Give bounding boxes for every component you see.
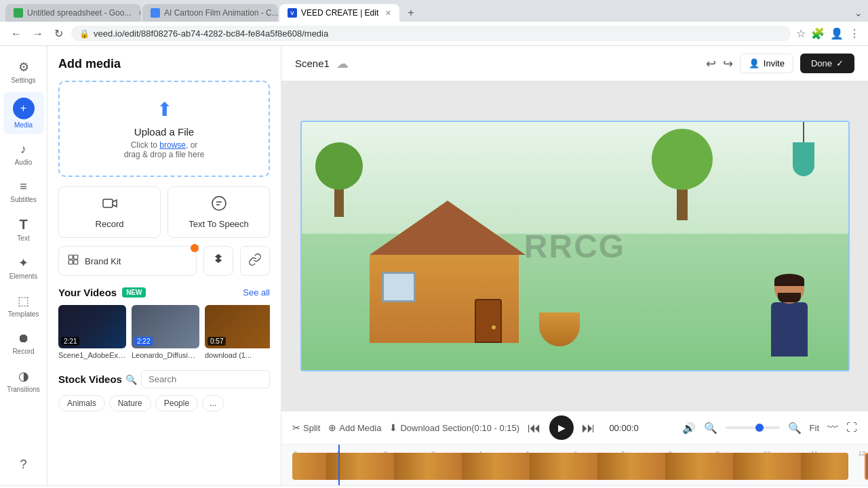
tab-1-close[interactable]: ✕ bbox=[138, 9, 141, 18]
fast-forward-button[interactable]: ⏭ bbox=[582, 420, 595, 436]
templates-icon: ⬚ bbox=[18, 293, 29, 308]
media-add-icon: + bbox=[13, 98, 35, 119]
video-2-duration: 2:22 bbox=[134, 337, 153, 346]
play-button[interactable]: ▶ bbox=[549, 415, 574, 440]
new-badge: NEW bbox=[122, 287, 146, 298]
tab-2[interactable]: AI Cartoon Film Animation - C... ✕ bbox=[142, 4, 278, 22]
profile-icon[interactable]: 👤 bbox=[830, 27, 844, 40]
split-button[interactable]: ✂ Split bbox=[292, 422, 320, 433]
overlay-clip[interactable]: ‖ ‖ bbox=[865, 453, 868, 480]
filter-people[interactable]: People bbox=[155, 395, 198, 411]
video-thumb-1[interactable]: 2:21 Scene1_AdobeExpres... bbox=[58, 305, 126, 359]
svg-rect-1 bbox=[68, 255, 73, 259]
record-button[interactable]: Record bbox=[58, 186, 161, 238]
time-display: 00:00:0 bbox=[604, 423, 644, 433]
add-media-button[interactable]: ⊕ Add Media bbox=[328, 422, 381, 433]
canvas-area: RRCG bbox=[281, 81, 868, 411]
zoom-slider[interactable] bbox=[726, 426, 780, 429]
text-to-speech-button[interactable]: Text To Speech bbox=[167, 186, 270, 238]
sidebar-item-record[interactable]: ⏺ Record bbox=[3, 326, 44, 361]
split-label: Split bbox=[303, 423, 320, 433]
sidebar-item-audio[interactable]: ♪ Audio bbox=[3, 137, 44, 171]
svg-rect-4 bbox=[74, 260, 78, 264]
elements-icon: ✦ bbox=[18, 256, 28, 270]
volume-icon[interactable]: 🔊 bbox=[682, 422, 696, 434]
sidebar-item-templates[interactable]: ⬚ Templates bbox=[3, 288, 44, 323]
sidebar-item-media[interactable]: + Media bbox=[3, 92, 44, 134]
undo-button[interactable]: ↩ bbox=[706, 56, 716, 71]
url-bar[interactable]: 🔒 veed.io/edit/88f08276-ab74-4282-bc84-f… bbox=[71, 26, 791, 41]
upload-area[interactable]: ⬆ Upload a File Click to browse, or drag… bbox=[58, 81, 270, 177]
sidebar-item-help[interactable]: ? bbox=[3, 452, 44, 477]
stock-search-row: 🔍 bbox=[125, 370, 270, 388]
playhead[interactable] bbox=[338, 445, 340, 485]
record-label: Record bbox=[12, 348, 34, 355]
extension-icon[interactable]: 🧩 bbox=[811, 27, 825, 40]
brand-kit-button[interactable]: Brand Kit bbox=[58, 246, 197, 276]
watermark: RRCG bbox=[524, 228, 625, 265]
notification-dot bbox=[191, 244, 199, 252]
upload-icon: ⬆ bbox=[71, 98, 258, 121]
browse-link[interactable]: browse bbox=[159, 140, 186, 150]
main-clip[interactable] bbox=[292, 453, 848, 480]
download-section-button[interactable]: ⬇ Download Section(0:10 - 0:15) bbox=[389, 422, 519, 433]
fit-button[interactable]: Fit bbox=[810, 423, 819, 433]
video-thumb-2[interactable]: 2:22 Leonardo_Diffusion_c... bbox=[132, 305, 199, 359]
filter-nature[interactable]: Nature bbox=[109, 395, 151, 411]
video-thumb-3-img: 0:57 bbox=[205, 305, 270, 348]
sidebar-item-settings[interactable]: ⚙ Settings bbox=[3, 54, 44, 89]
record-btn-icon bbox=[102, 195, 118, 215]
top-actions: ↩ ↪ 👤 Invite Done ✓ bbox=[706, 54, 854, 73]
sidebar-item-text[interactable]: T Text bbox=[3, 211, 44, 247]
add-media-icon: ⊕ bbox=[328, 422, 336, 433]
top-bar: Scene1 ☁ ↩ ↪ 👤 Invite Done ✓ bbox=[281, 46, 868, 81]
volume-control: 🔊 bbox=[682, 422, 696, 434]
elements-label: Elements bbox=[9, 272, 38, 280]
back-button[interactable]: ← bbox=[8, 26, 24, 41]
bookmark-icon[interactable]: ☆ bbox=[796, 27, 806, 40]
redo-button[interactable]: ↪ bbox=[723, 56, 733, 71]
forward-button[interactable]: → bbox=[30, 26, 46, 41]
media-label: Media bbox=[14, 121, 33, 129]
fullscreen-icon[interactable]: ⛶ bbox=[846, 422, 857, 434]
video-thumb-1-img: 2:21 bbox=[58, 305, 126, 348]
zoom-control bbox=[726, 426, 780, 429]
sidebar-item-subtitles[interactable]: ≡ Subtitles bbox=[3, 174, 44, 209]
video-3-name: download (1... bbox=[205, 351, 270, 359]
reload-button[interactable]: ↻ bbox=[52, 26, 66, 41]
waveform-icon[interactable]: 〰 bbox=[827, 422, 838, 434]
stock-search-input[interactable] bbox=[141, 370, 270, 388]
sidebar-item-elements[interactable]: ✦ Elements bbox=[3, 250, 44, 285]
done-button[interactable]: Done ✓ bbox=[800, 54, 854, 73]
add-media-label: Add Media bbox=[339, 423, 381, 433]
character bbox=[771, 274, 808, 357]
dropbox-button[interactable] bbox=[203, 246, 233, 276]
zoom-in-button[interactable]: 🔍 bbox=[788, 422, 802, 434]
your-videos-title: Your Videos NEW bbox=[58, 287, 146, 298]
scene-info: Scene1 ☁ bbox=[295, 56, 349, 71]
rewind-button[interactable]: ⏮ bbox=[528, 420, 541, 436]
tab-1[interactable]: Untitled spreadsheet - Goo... ✕ bbox=[5, 4, 141, 22]
transitions-icon: ◑ bbox=[18, 369, 29, 384]
new-tab-button[interactable]: + bbox=[403, 5, 418, 20]
link-button[interactable] bbox=[240, 246, 270, 276]
video-thumb-3[interactable]: 0:57 download (1... bbox=[205, 305, 270, 359]
video-1-duration: 2:21 bbox=[61, 337, 79, 346]
tab-3[interactable]: V VEED CREATE | Edit ✕ bbox=[279, 4, 399, 22]
sidebar-item-transitions[interactable]: ◑ Transitions bbox=[3, 363, 44, 399]
stock-videos-title-text: Stock Videos bbox=[58, 373, 122, 385]
see-all-link[interactable]: See all bbox=[243, 287, 270, 298]
menu-icon[interactable]: ⋮ bbox=[849, 27, 860, 40]
download-icon: ⬇ bbox=[389, 422, 397, 433]
filter-animals[interactable]: Animals bbox=[58, 395, 105, 411]
invite-button[interactable]: 👤 Invite bbox=[740, 54, 793, 73]
videos-row: 2:21 Scene1_AdobeExpres... 2:22 Leonardo… bbox=[58, 305, 270, 359]
filter-more[interactable]: ... bbox=[202, 395, 224, 411]
tab-overflow-button[interactable]: ⌄ bbox=[854, 7, 863, 18]
lock-icon: 🔒 bbox=[79, 29, 90, 39]
zoom-out-button[interactable]: 🔍 bbox=[704, 422, 717, 434]
tab-3-close[interactable]: ✕ bbox=[385, 9, 391, 18]
tts-btn-icon bbox=[211, 195, 227, 215]
stock-videos-header: Stock Videos 🔍 bbox=[58, 370, 270, 388]
house bbox=[370, 201, 526, 343]
